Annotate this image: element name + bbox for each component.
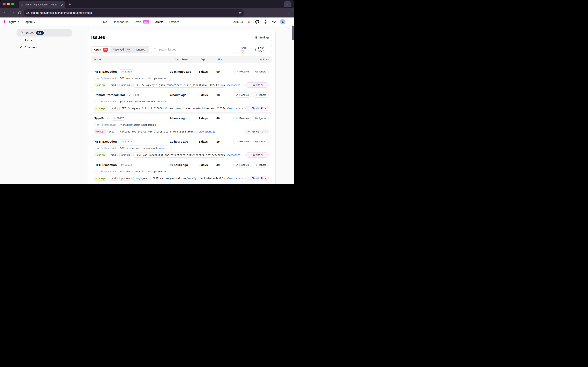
view-spans-link[interactable]: View spans <box>227 177 244 180</box>
issue-row: HTTPException 52638 39 minutes ago 5 day… <box>91 67 272 89</box>
table-header: Issue Last Seen Age Hits Actions <box>91 56 272 63</box>
search-input[interactable] <box>158 48 233 51</box>
resolve-button[interactable]: Resolve <box>233 139 251 144</box>
column-actions: Actions <box>232 58 269 61</box>
tab-title: Alerts · logfire/logfire · Pydant <box>25 3 60 6</box>
reload-button[interactable] <box>16 9 23 16</box>
chevron-down-icon <box>264 154 266 156</box>
search-box <box>151 46 236 53</box>
sidebar-item-issues[interactable]: Issues Beta <box>17 29 72 36</box>
environment-tag: prod <box>109 83 118 87</box>
traceback-toggle[interactable]: Full traceback …'NoneType' object is not… <box>94 122 158 127</box>
issues-panel: Issues Settings Open 79 Resolved 35 I <box>88 30 275 184</box>
nav-live[interactable]: Live <box>102 17 107 26</box>
expand-icon <box>97 147 99 150</box>
sidebar-item-channels[interactable]: Channels <box>17 44 72 51</box>
fix-with-ai-button[interactable]: Fix with AI <box>245 129 269 134</box>
environment-tag: crud-api <box>94 83 107 87</box>
browser-menu-icon[interactable] <box>285 9 292 16</box>
nav-dashboards[interactable]: Dashboards <box>113 17 128 26</box>
browser-tab-strip: Alerts · logfire/logfire · Pydant <box>0 0 294 8</box>
traceback-toggle[interactable]: Full traceback …500: internal error: err… <box>94 169 171 174</box>
docs-link[interactable]: Docs <box>233 20 243 23</box>
fix-with-ai-button[interactable]: Fix with AI <box>245 152 269 158</box>
ignore-button[interactable]: Ignore <box>253 116 269 121</box>
close-tab-icon[interactable] <box>61 4 63 6</box>
issue-id-link[interactable]: 54509 <box>127 93 143 97</box>
fix-with-ai-button[interactable]: Fix with AI <box>245 106 269 111</box>
traceback-toggle[interactable]: Full traceback …500: internal error: err… <box>94 75 171 81</box>
new-tab-button[interactable] <box>68 2 72 6</box>
view-spans-link[interactable]: View spans <box>227 83 244 86</box>
ignore-button[interactable]: Ignore <box>253 92 269 98</box>
nav-evals[interactable]: Evalsbeta <box>134 17 149 26</box>
issue-id-link[interactable]: 52804 <box>119 139 134 144</box>
age-value: 8 days <box>199 140 216 143</box>
tab-open[interactable]: Open 79 <box>92 46 110 53</box>
project-switcher[interactable]: logfire <box>25 20 36 24</box>
external-link-icon <box>240 21 243 23</box>
check-icon <box>236 70 238 73</box>
traceback-toggle[interactable]: Full traceback …500: Internal error: Unc… <box>94 146 172 151</box>
slack-icon[interactable] <box>247 20 251 24</box>
ignore-button[interactable]: Ignore <box>253 139 269 144</box>
view-spans-link[interactable]: View spans <box>227 153 244 156</box>
issue-row-partial <box>91 183 272 184</box>
fix-with-ai-button[interactable]: Fix with AI <box>245 176 269 181</box>
issue-id-link[interactable]: 52407 <box>111 116 126 121</box>
tab-ignored[interactable]: Ignored <box>134 48 147 51</box>
tag-list: crud-apiprodprod-eu <box>94 152 132 157</box>
logfire-favicon-icon <box>21 3 24 6</box>
scrollbar-thumb[interactable] <box>292 25 294 40</box>
ignore-button[interactable]: Ignore <box>253 69 269 74</box>
external-link-icon <box>241 84 244 86</box>
close-window-button[interactable] <box>3 3 6 5</box>
hits-value: 48 <box>216 117 232 120</box>
page-scrollbar[interactable] <box>292 25 294 183</box>
link-icon <box>113 117 115 119</box>
sort-control[interactable]: Sort by Last seen <box>238 46 272 53</box>
sidebar-item-alerts[interactable]: Alerts <box>17 36 72 44</box>
resolve-button[interactable]: Resolve <box>233 92 251 98</box>
theme-toggle-sun-icon[interactable] <box>264 20 267 24</box>
view-spans-link[interactable]: View spans <box>198 130 215 133</box>
link-icon <box>129 94 132 96</box>
maximize-window-button[interactable] <box>11 3 14 5</box>
minimize-window-button[interactable] <box>7 3 10 5</box>
ignore-button[interactable]: Ignore <box>253 162 269 167</box>
sparkles-icon <box>248 154 250 156</box>
fix-with-ai-button[interactable]: Fix with AI <box>245 82 269 88</box>
resolve-button[interactable]: Resolve <box>233 116 251 121</box>
bookmark-star-icon[interactable] <box>239 11 242 15</box>
external-link-icon <box>241 177 244 180</box>
org-switcher[interactable]: Logfire <box>7 20 19 24</box>
settings-button[interactable]: Settings <box>252 34 272 41</box>
browser-tab[interactable]: Alerts · logfire/logfire · Pydant <box>19 1 65 8</box>
issue-name: HTTPException <box>94 163 117 167</box>
sort-value[interactable]: Last seen <box>252 46 272 53</box>
age-value: 6 days <box>199 93 216 97</box>
back-button[interactable] <box>2 9 9 16</box>
site-settings-icon[interactable] <box>26 11 29 14</box>
github-icon[interactable] <box>255 20 259 24</box>
resolve-button[interactable]: Resolve <box>233 69 251 74</box>
tab-search-button[interactable] <box>284 1 291 7</box>
url-text[interactable]: logfire-eu.pydantic.info/logfire/logfire… <box>31 11 92 14</box>
issue-id-link[interactable]: 52638 <box>119 69 134 74</box>
last-seen-value: 39 minutes ago <box>170 70 199 73</box>
span-code: POST /api/organizations/stuart/projects/… <box>133 152 225 158</box>
user-avatar[interactable]: L <box>280 19 285 25</box>
resolve-button[interactable]: Resolve <box>233 162 251 167</box>
forward-button[interactable] <box>9 9 16 16</box>
tab-resolved[interactable]: Resolved 35 <box>110 48 134 52</box>
issue-id-link[interactable]: 52534 <box>119 163 134 167</box>
environment-tag: worker <box>94 129 106 134</box>
expand-icon <box>97 100 99 103</box>
nav-alerts[interactable]: Alerts <box>155 17 163 26</box>
address-bar[interactable]: logfire-eu.pydantic.info/logfire/logfire… <box>24 9 244 17</box>
chevron-down-icon <box>264 84 266 86</box>
view-spans-link[interactable]: View spans <box>227 107 244 110</box>
traceback-toggle[interactable]: Full traceback …peer closed connection w… <box>94 99 171 104</box>
share-link-icon[interactable] <box>272 20 275 24</box>
nav-explore[interactable]: Explore <box>169 17 179 26</box>
